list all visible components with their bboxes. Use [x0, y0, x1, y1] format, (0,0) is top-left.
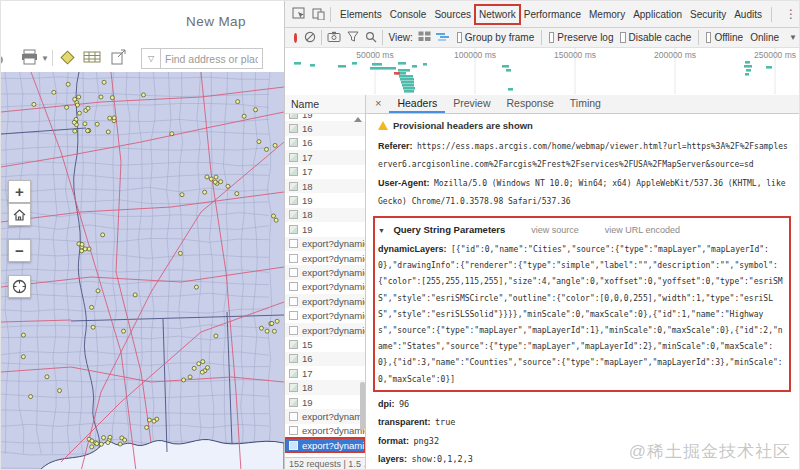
- view-label: View:: [388, 32, 412, 43]
- details-tab-response[interactable]: Response: [499, 95, 562, 113]
- screenshot-root: New Map ▼ ▽ +: [0, 0, 800, 470]
- request-type-icon: [289, 441, 298, 450]
- request-row[interactable]: export?dynamic: [285, 424, 365, 438]
- request-row[interactable]: 19: [285, 114, 365, 121]
- request-type-icon: [289, 239, 298, 248]
- request-row[interactable]: export?dynamic: [285, 308, 365, 322]
- toolbar-separator: [52, 50, 53, 66]
- device-toolbar-icon[interactable]: [312, 7, 325, 22]
- zoom-out-button[interactable]: −: [8, 239, 31, 262]
- query-string-title[interactable]: Query String Parameters: [393, 224, 505, 235]
- network-overview-timeline[interactable]: 50000 ms100000 ms150000 ms200000 ms25000…: [285, 48, 800, 96]
- param-row: format: png32: [378, 431, 791, 449]
- devtools-tab-network[interactable]: Network: [475, 5, 520, 24]
- request-row[interactable]: export?dynamic: [285, 265, 365, 279]
- request-row[interactable]: 19: [285, 395, 365, 409]
- preserve-log-checkbox[interactable]: [549, 32, 554, 43]
- compass-button[interactable]: [8, 275, 31, 298]
- inspect-element-icon[interactable]: [292, 7, 306, 22]
- devtools-tab-performance[interactable]: Performance: [520, 5, 585, 24]
- devtools-tab-audits[interactable]: Audits: [730, 5, 766, 24]
- screenshot-icon[interactable]: [327, 31, 341, 44]
- request-row[interactable]: export?dynamic: [285, 409, 365, 423]
- print-icon[interactable]: [21, 49, 38, 69]
- request-type-icon: [289, 426, 298, 435]
- request-name: export?dynamic: [302, 310, 365, 321]
- zoom-in-button[interactable]: +: [8, 180, 31, 203]
- request-row[interactable]: 17: [285, 150, 365, 164]
- collapse-triangle-icon[interactable]: ▼: [378, 227, 385, 234]
- headers-content: Provisional headers are shown Referer: h…: [366, 114, 800, 470]
- request-type-icon: [289, 153, 298, 162]
- devtools-tab-sources[interactable]: Sources: [430, 5, 475, 24]
- devtools-tab-elements[interactable]: Elements: [336, 5, 386, 24]
- scroll-up-arrow-icon[interactable]: [354, 117, 362, 122]
- devtools-tab-memory[interactable]: Memory: [585, 5, 629, 24]
- request-row[interactable]: 17: [285, 165, 365, 179]
- request-row[interactable]: 16: [285, 121, 365, 135]
- details-tab-headers[interactable]: Headers: [389, 95, 445, 113]
- request-type-icon: [289, 182, 298, 191]
- request-row[interactable]: 15: [285, 337, 365, 351]
- request-type-icon: [289, 412, 298, 421]
- devtools-tab-application[interactable]: Application: [629, 5, 686, 24]
- devtools-tabbar: ElementsConsoleSourcesNetworkPerformance…: [285, 1, 800, 28]
- devtools-menu-icon[interactable]: ⋮: [785, 7, 797, 21]
- disable-cache-checkbox[interactable]: [620, 32, 625, 43]
- details-close-icon[interactable]: ×: [366, 95, 389, 113]
- throttling-caret-icon[interactable]: ▼: [789, 33, 797, 42]
- devtools-tab-security[interactable]: Security: [686, 5, 730, 24]
- search-network-icon[interactable]: [365, 31, 377, 45]
- waterfall-view-icon[interactable]: [436, 32, 450, 44]
- request-row[interactable]: export?dynamic: [285, 323, 365, 337]
- record-button[interactable]: [294, 33, 297, 43]
- view-url-encoded-link[interactable]: view URL encoded: [605, 221, 680, 240]
- offline-label: Offline: [714, 32, 743, 43]
- referer-header: Referer: https://ess.maps.arcgis.com/hom…: [378, 136, 791, 172]
- request-row[interactable]: export?dynamic: [285, 251, 365, 265]
- share-icon[interactable]: [111, 49, 127, 69]
- request-list-header[interactable]: Name: [285, 95, 365, 114]
- request-row[interactable]: 19: [285, 222, 365, 236]
- request-row[interactable]: 18: [285, 208, 365, 222]
- request-row[interactable]: 19: [285, 193, 365, 207]
- request-row[interactable]: 16: [285, 136, 365, 150]
- filter-icon[interactable]: [347, 31, 359, 44]
- request-list-scrollbar[interactable]: [360, 382, 365, 430]
- request-row[interactable]: 18: [285, 380, 365, 394]
- request-row[interactable]: export?dynamic: [285, 294, 365, 308]
- large-rows-view-icon[interactable]: [418, 31, 431, 44]
- request-type-icon: [289, 326, 298, 335]
- request-name: 17: [302, 152, 313, 163]
- home-button[interactable]: [8, 203, 31, 226]
- preserve-log-label: Preserve log: [557, 32, 613, 43]
- print-caret-icon[interactable]: ▼: [41, 54, 49, 63]
- details-tab-preview[interactable]: Preview: [445, 95, 498, 113]
- request-count-status: 152 requests | 1.5 …: [285, 457, 365, 470]
- group-by-frame-checkbox[interactable]: [457, 32, 462, 43]
- request-row[interactable]: 18: [285, 179, 365, 193]
- map-canvas[interactable]: + −: [1, 72, 284, 470]
- request-row[interactable]: export?dynamic: [285, 438, 365, 452]
- request-name: 16: [302, 353, 313, 364]
- search-dropdown-caret[interactable]: ▽: [141, 48, 160, 69]
- request-row[interactable]: 16: [285, 352, 365, 366]
- request-row[interactable]: 17: [285, 366, 365, 380]
- compass-icon: [12, 279, 27, 294]
- directions-icon[interactable]: [59, 49, 76, 70]
- offline-checkbox[interactable]: [706, 32, 711, 43]
- warning-icon: [378, 121, 388, 130]
- devtools-tab-console[interactable]: Console: [386, 5, 431, 24]
- details-tab-timing[interactable]: Timing: [562, 95, 609, 113]
- clipped-icon: [0, 52, 8, 70]
- request-type-icon: [289, 354, 298, 363]
- request-name: 18: [302, 181, 313, 192]
- request-row[interactable]: export?dynamic: [285, 237, 365, 251]
- throttling-select[interactable]: Online: [750, 32, 779, 43]
- request-type-icon: [289, 383, 298, 392]
- request-row[interactable]: export?dynamic: [285, 280, 365, 294]
- search-input[interactable]: [160, 48, 263, 69]
- measure-icon[interactable]: [83, 49, 101, 69]
- view-source-link[interactable]: view source: [531, 221, 579, 240]
- clear-icon[interactable]: [304, 31, 316, 45]
